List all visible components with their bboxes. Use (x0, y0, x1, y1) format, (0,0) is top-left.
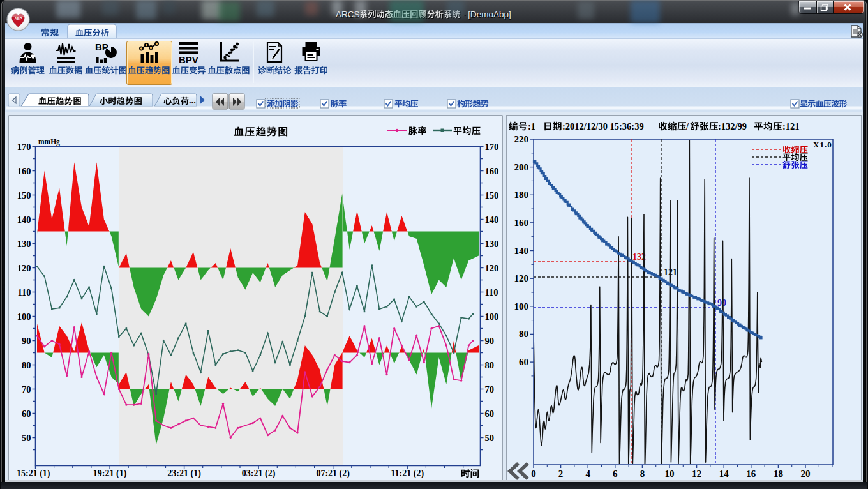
svg-text:160: 160 (17, 166, 31, 176)
svg-text:20: 20 (801, 469, 811, 479)
svg-text:8: 8 (640, 469, 645, 479)
svg-text:130: 130 (17, 239, 31, 249)
svg-text:70: 70 (22, 384, 31, 395)
svg-text:10: 10 (665, 469, 675, 479)
svg-text:80: 80 (485, 360, 495, 370)
svg-text:100: 100 (514, 301, 529, 312)
svg-text:120: 120 (17, 263, 31, 273)
svg-text:170: 170 (485, 142, 499, 152)
svg-text:15:21 (1): 15:21 (1) (17, 469, 50, 479)
svg-text:60: 60 (519, 357, 528, 367)
svg-text:6: 6 (613, 469, 618, 479)
svg-text:mmHg: mmHg (38, 138, 60, 146)
svg-text:23:21 (1): 23:21 (1) (167, 469, 201, 479)
svg-text:60: 60 (485, 409, 495, 419)
svg-text:18: 18 (774, 469, 783, 479)
svg-text:140: 140 (485, 214, 499, 225)
svg-text:130: 130 (485, 239, 499, 249)
svg-text:110: 110 (485, 287, 498, 297)
svg-text:220: 220 (514, 134, 529, 144)
svg-text:X1.0: X1.0 (813, 140, 832, 149)
svg-text:50: 50 (22, 433, 31, 443)
svg-text:16: 16 (746, 469, 756, 479)
svg-text:11:21 (2): 11:21 (2) (391, 469, 424, 479)
svg-text:03:21 (2): 03:21 (2) (242, 469, 276, 479)
svg-text:/: / (685, 121, 689, 132)
svg-text:100: 100 (17, 312, 31, 322)
svg-text:0: 0 (531, 469, 536, 479)
svg-text:160: 160 (514, 218, 529, 228)
svg-text:...: ... (189, 96, 196, 105)
svg-text:120: 120 (514, 273, 529, 283)
svg-text:50: 50 (485, 433, 495, 443)
svg-text:2: 2 (558, 469, 564, 479)
svg-text:90: 90 (485, 336, 495, 346)
svg-text:80: 80 (22, 360, 31, 370)
svg-text:12: 12 (692, 469, 701, 479)
svg-text:80: 80 (519, 329, 528, 339)
svg-text::121: :121 (782, 121, 800, 132)
svg-text:150: 150 (485, 190, 499, 200)
svg-text::132/99: :132/99 (718, 121, 747, 132)
svg-text:90: 90 (22, 336, 31, 346)
svg-text:180: 180 (514, 190, 529, 200)
svg-text:200: 200 (514, 162, 529, 172)
svg-text:170: 170 (17, 142, 31, 152)
svg-text::2012/12/30 15:36:39: :2012/12/30 15:36:39 (562, 121, 644, 132)
svg-text:60: 60 (22, 409, 31, 419)
svg-text:14: 14 (719, 469, 730, 479)
svg-text:160: 160 (485, 166, 499, 176)
svg-text:4: 4 (585, 469, 590, 479)
svg-text:140: 140 (514, 246, 529, 256)
svg-text:120: 120 (485, 263, 499, 273)
svg-text::1: :1 (528, 121, 535, 132)
svg-text:150: 150 (17, 190, 31, 200)
svg-text:140: 140 (17, 214, 31, 225)
svg-text:70: 70 (485, 384, 495, 395)
svg-text:BPV: BPV (179, 54, 198, 65)
svg-text:07:21 (2): 07:21 (2) (316, 469, 350, 479)
svg-text:110: 110 (18, 287, 31, 297)
svg-text:100: 100 (485, 312, 499, 322)
svg-text:19:21 (1): 19:21 (1) (93, 469, 127, 479)
